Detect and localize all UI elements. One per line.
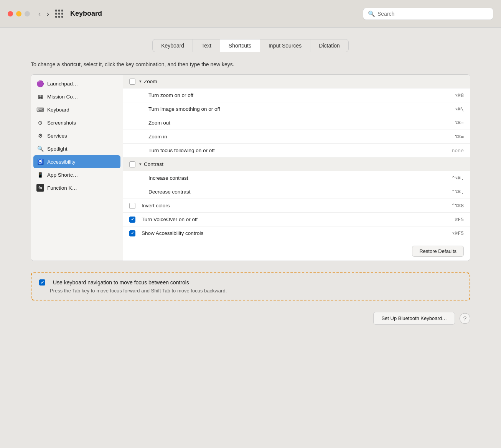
zoom-checkbox[interactable] [129,79,135,85]
sidebar-label-services: Services [47,133,67,139]
tab-input-sources[interactable]: Input Sources [260,39,310,52]
zoom-expand-arrow[interactable]: ▾ [139,79,142,84]
shortcut-row-zoom-out: Zoom out ⌥⌘− [123,116,470,130]
label-voiceover: Turn VoiceOver on or off [139,217,455,222]
sidebar-label-launchpad: Launchpad… [47,81,78,87]
services-icon: ⚙ [36,132,44,139]
shortcut-row-invert-colors: Invert colors ^⌥⌘8 [123,199,470,213]
shortcut-row-image-smoothing: Turn image smoothing on or off ⌥⌘\ [123,102,470,116]
bottom-buttons: Set Up Bluetooth Keyboard… ? [31,312,470,328]
tab-dictation[interactable]: Dictation [310,39,348,52]
forward-button[interactable]: › [47,10,49,17]
search-input[interactable] [377,11,488,17]
sidebar-label-app-shortcuts: App Shortc… [47,172,78,178]
sidebar-item-mission-control[interactable]: ▦ Mission Co… [31,90,123,103]
window-controls [8,11,30,16]
tab-keyboard[interactable]: Keyboard [152,39,193,52]
shortcut-row-decrease-contrast: Decrease contrast ^⌥⌘, [123,185,470,199]
contrast-checkbox[interactable] [129,161,135,167]
tab-text[interactable]: Text [193,39,220,52]
window-title: Keyboard [70,10,102,18]
search-icon: 🔍 [368,10,375,17]
sidebar-label-screenshots: Screenshots [47,120,76,126]
label-zoom-in: Zoom in [139,134,455,139]
shortcut-row-voiceover: Turn VoiceOver on or off ⌘F5 [123,213,470,226]
sidebar-label-mission-control: Mission Co… [47,94,78,100]
nav-arrows: ‹ › [38,10,49,17]
key-zoom-on-off: ⌥⌘8 [455,92,464,98]
key-zoom-out: ⌥⌘− [455,120,464,126]
sidebar: 🟣 Launchpad… ▦ Mission Co… ⌨ Keyboard ⊙ … [31,75,123,261]
sidebar-item-spotlight[interactable]: 🔍 Spotlight [31,142,123,155]
launchpad-icon: 🟣 [36,80,44,87]
focus-row: Use keyboard navigation to move focus be… [39,279,462,286]
shortcut-row-focus-following: Turn focus following on or off none [123,144,470,158]
shortcut-row-zoom-on-off: Turn zoom on or off ⌥⌘8 [123,89,470,102]
key-invert-colors: ^⌥⌘8 [452,203,464,208]
label-zoom-out: Zoom out [139,120,455,126]
instruction-text: To change a shortcut, select it, click t… [31,61,470,67]
sidebar-item-function-keys[interactable]: fn Function K… [31,181,123,194]
mission-control-icon: ▦ [36,93,44,100]
sidebar-item-keyboard[interactable]: ⌨ Keyboard [31,103,123,116]
key-zoom-in: ⌥⌘= [455,134,464,139]
key-decrease-contrast: ^⌥⌘, [452,189,464,195]
key-focus-following: none [452,148,464,153]
sidebar-item-launchpad[interactable]: 🟣 Launchpad… [31,77,123,90]
restore-btn-container: Restore Defaults [123,240,470,261]
restore-defaults-button[interactable]: Restore Defaults [412,246,464,257]
sidebar-label-function-keys: Function K… [47,185,77,191]
sidebar-item-accessibility[interactable]: ♿ Accessibility [33,155,120,168]
accessibility-icon: ♿ [36,158,44,166]
section-contrast: ▾ Contrast [123,158,470,171]
main-panels: 🟣 Launchpad… ▦ Mission Co… ⌨ Keyboard ⊙ … [31,74,470,261]
key-increase-contrast: ^⌥⌘. [452,175,464,181]
sidebar-item-services[interactable]: ⚙ Services [31,129,123,142]
sidebar-item-app-shortcuts[interactable]: 📱 App Shortc… [31,168,123,181]
keyboard-icon: ⌨ [36,106,44,113]
tabs: Keyboard Text Shortcuts Input Sources Di… [31,39,470,52]
sidebar-label-keyboard: Keyboard [47,107,69,113]
focus-box: Use keyboard navigation to move focus be… [31,272,470,300]
setup-bluetooth-button[interactable]: Set Up Bluetooth Keyboard… [373,312,455,325]
close-button[interactable] [8,11,13,16]
contrast-expand-arrow[interactable]: ▾ [139,162,142,167]
section-zoom: ▾ Zoom [123,75,470,89]
label-invert-colors: Invert colors [139,203,452,208]
minimize-button[interactable] [16,11,21,16]
app-shortcuts-icon: 📱 [36,171,44,179]
search-box[interactable]: 🔍 [363,8,493,20]
sidebar-item-screenshots[interactable]: ⊙ Screenshots [31,116,123,129]
detail-panel: ▾ Zoom Turn zoom on or off ⌥⌘8 Turn imag… [123,75,470,261]
focus-label: Use keyboard navigation to move focus be… [53,279,189,286]
title-bar: ‹ › Keyboard 🔍 [0,0,501,28]
grid-icon[interactable] [55,10,63,18]
accessibility-controls-checkbox[interactable] [129,230,135,236]
back-button[interactable]: ‹ [38,10,41,17]
invert-colors-checkbox[interactable] [129,203,135,209]
zoom-label: Zoom [144,79,464,84]
screenshots-icon: ⊙ [36,119,44,126]
shortcut-row-zoom-in: Zoom in ⌥⌘= [123,130,470,144]
shortcut-row-increase-contrast: Increase contrast ^⌥⌘. [123,171,470,185]
maximize-button[interactable] [25,11,30,16]
contrast-label: Contrast [144,161,464,167]
voiceover-checkbox[interactable] [129,217,135,223]
keyboard-nav-checkbox[interactable] [39,279,45,286]
key-voiceover: ⌘F5 [455,217,464,222]
label-focus-following: Turn focus following on or off [139,148,452,153]
key-accessibility-controls: ⌥⌘F5 [452,230,464,236]
tab-shortcuts[interactable]: Shortcuts [220,39,260,52]
key-image-smoothing: ⌥⌘\ [455,106,464,112]
bottom-area: Use keyboard navigation to move focus be… [31,272,470,328]
label-image-smoothing: Turn image smoothing on or off [139,106,455,112]
function-keys-icon: fn [36,184,44,192]
label-decrease-contrast: Decrease contrast [139,189,452,195]
sidebar-label-spotlight: Spotlight [47,146,68,152]
focus-hint: Press the Tab key to move focus forward … [39,288,462,294]
sidebar-label-accessibility: Accessibility [47,159,76,165]
content-area: Keyboard Text Shortcuts Input Sources Di… [0,28,501,448]
spotlight-icon: 🔍 [36,145,44,153]
help-button[interactable]: ? [460,313,470,324]
label-increase-contrast: Increase contrast [139,175,452,181]
